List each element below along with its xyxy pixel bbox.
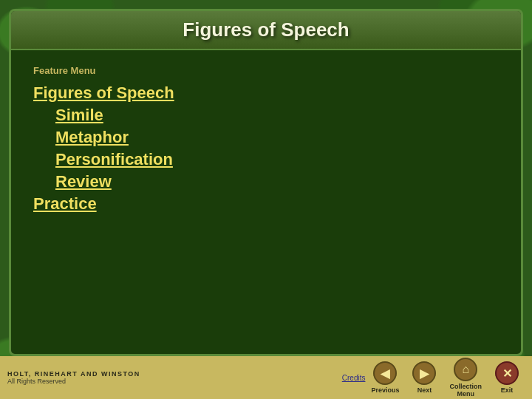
list-item: Practice — [33, 194, 499, 214]
menu-link-practice[interactable]: Practice — [33, 194, 97, 213]
credits-link[interactable]: Credits — [342, 374, 366, 382]
menu-link-metaphor[interactable]: Metaphor — [55, 128, 129, 146]
next-button[interactable]: ▶ Next — [406, 358, 442, 397]
publisher-info: HOLT, RINEHART AND WINSTON All Rights Re… — [7, 370, 335, 385]
nav-buttons: ◀ Previous ▶ Next ⌂ CollectionMenu ✕ Exi… — [365, 355, 525, 399]
list-item: Simile — [33, 106, 499, 125]
rights-text: All Rights Reserved — [7, 378, 66, 385]
collection-menu-label: CollectionMenu — [449, 383, 482, 398]
collection-menu-button[interactable]: ⌂ CollectionMenu — [443, 355, 488, 399]
menu-list: Figures of Speech Simile Metaphor Person… — [33, 83, 499, 214]
feature-menu-label: Feature Menu — [33, 65, 499, 76]
list-item: Review — [33, 172, 499, 191]
next-label: Next — [417, 386, 432, 394]
card-body: Feature Menu Figures of Speech Simile Me… — [11, 50, 521, 354]
page-title: Figures of Speech — [26, 18, 506, 41]
previous-button[interactable]: ◀ Previous — [365, 358, 405, 397]
publisher-name: HOLT, RINEHART AND WINSTON — [7, 370, 140, 378]
menu-link-simile[interactable]: Simile — [55, 106, 103, 124]
menu-link-personification[interactable]: Personification — [55, 150, 173, 168]
exit-label: Exit — [501, 386, 514, 394]
list-item: Metaphor — [33, 128, 499, 147]
bottom-bar: HOLT, RINEHART AND WINSTON All Rights Re… — [0, 356, 532, 399]
list-item: Figures of Speech — [33, 83, 499, 103]
previous-icon: ◀ — [373, 361, 397, 385]
exit-icon: ✕ — [495, 361, 519, 385]
previous-label: Previous — [371, 386, 399, 394]
main-content-card: Figures of Speech Feature Menu Figures o… — [9, 9, 523, 356]
home-icon: ⌂ — [454, 358, 477, 381]
next-icon: ▶ — [412, 361, 436, 385]
menu-link-review[interactable]: Review — [55, 172, 112, 191]
menu-link-figures-of-speech[interactable]: Figures of Speech — [33, 83, 174, 102]
exit-button[interactable]: ✕ Exit — [489, 358, 525, 397]
title-bar: Figures of Speech — [11, 11, 521, 50]
list-item: Personification — [33, 150, 499, 169]
